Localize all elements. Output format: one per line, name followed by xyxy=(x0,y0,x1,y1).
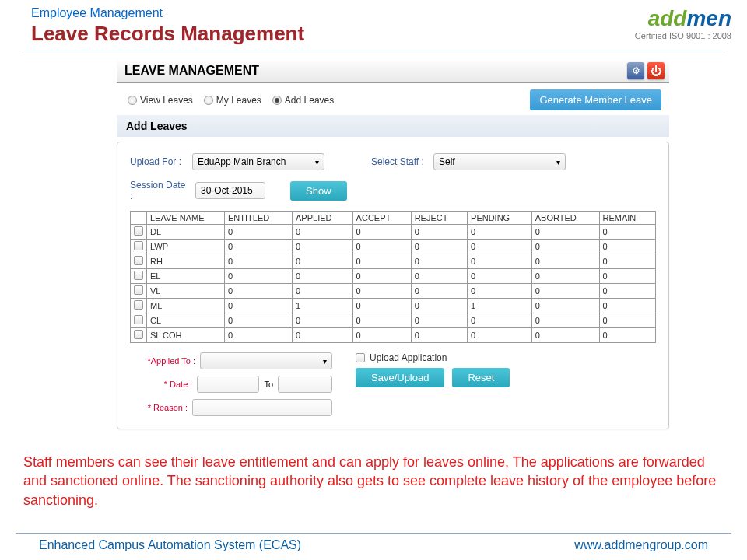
tab-bar: View Leaves My Leaves Add Leaves Generat… xyxy=(117,83,669,115)
session-date-input[interactable]: 30-Oct-2015 xyxy=(195,182,265,199)
cell-entitled: 0 xyxy=(225,313,293,328)
tab-label: Add Leaves xyxy=(285,95,334,106)
show-button[interactable]: Show xyxy=(290,181,347,201)
row-checkbox-cell[interactable] xyxy=(131,313,147,328)
radio-icon xyxy=(204,96,213,105)
settings-icon[interactable]: ⚙ xyxy=(627,62,644,79)
cell-pending: 0 xyxy=(468,313,532,328)
checkbox-icon xyxy=(134,256,143,265)
checkbox-icon xyxy=(134,241,143,250)
section-label: Add Leaves xyxy=(117,115,669,137)
apply-form: *Applied To : * Date : To * Reason : xyxy=(130,352,656,416)
tab-label: My Leaves xyxy=(216,95,261,106)
row-checkbox-cell[interactable] xyxy=(131,328,147,343)
radio-icon xyxy=(272,96,282,105)
tab-add-leaves[interactable]: Add Leaves xyxy=(272,95,334,106)
cell-applied: 0 xyxy=(293,254,353,269)
date-label: * Date : xyxy=(135,380,192,389)
th-leave-name: LEAVE NAME xyxy=(147,212,225,225)
logo: addmen xyxy=(635,6,731,31)
reset-button[interactable]: Reset xyxy=(452,368,510,387)
select-value: EduApp Main Branch xyxy=(198,156,286,167)
cell-aborted: 0 xyxy=(531,328,599,343)
row-checkbox-cell[interactable] xyxy=(131,225,147,240)
select-staff-label: Select Staff : xyxy=(371,156,426,167)
cell-applied: 0 xyxy=(293,225,353,240)
table-row: DL0000000 xyxy=(131,225,656,240)
save-upload-button[interactable]: Save/Upload xyxy=(356,368,444,387)
logo-area: addmen Certified ISO 9001 : 2008 xyxy=(635,6,731,40)
leave-panel: LEAVE MANAGEMENT ⚙ ⏻ View Leaves My Leav… xyxy=(117,59,669,429)
reason-input[interactable] xyxy=(192,399,332,416)
date-to-input[interactable] xyxy=(278,376,332,393)
cell-remain: 0 xyxy=(599,225,656,240)
checkbox-icon xyxy=(134,271,143,280)
row-checkbox-cell[interactable] xyxy=(131,254,147,269)
cell-applied: 1 xyxy=(293,299,353,313)
table-row: CL0000000 xyxy=(131,313,656,328)
checkbox-icon xyxy=(134,315,143,324)
cell-applied: 0 xyxy=(293,269,353,284)
cell-accept: 0 xyxy=(352,254,411,269)
applied-to-select[interactable] xyxy=(200,352,332,369)
row-checkbox-cell[interactable] xyxy=(131,299,147,313)
cell-aborted: 0 xyxy=(531,240,599,254)
cell-reject: 0 xyxy=(411,269,467,284)
th-pending: PENDING xyxy=(468,212,532,225)
table-header-row: LEAVE NAME ENTITLED APPLIED ACCEPT REJEC… xyxy=(131,212,656,225)
panel-header: LEAVE MANAGEMENT ⚙ ⏻ xyxy=(117,59,669,83)
table-row: ML0100100 xyxy=(131,299,656,313)
cell-entitled: 0 xyxy=(225,225,293,240)
checkbox-icon xyxy=(134,285,143,295)
panel-title: LEAVE MANAGEMENT xyxy=(117,64,259,78)
cell-pending: 0 xyxy=(468,269,532,284)
cell-entitled: 0 xyxy=(225,299,293,313)
logo-part2: men xyxy=(686,6,731,30)
cell-pending: 0 xyxy=(468,284,532,299)
date-from-input[interactable] xyxy=(197,376,259,393)
cell-entitled: 0 xyxy=(225,240,293,254)
cell-reject: 0 xyxy=(411,225,467,240)
upload-for-select[interactable]: EduApp Main Branch xyxy=(192,153,324,170)
generate-member-leave-button[interactable]: Generate Member Leave xyxy=(530,89,661,110)
footer-left: Enhanced Campus Automation System (ECAS) xyxy=(39,538,301,552)
cell-remain: 0 xyxy=(599,313,656,328)
select-staff-select[interactable]: Self xyxy=(433,153,566,170)
cell-accept: 0 xyxy=(352,284,411,299)
upload-app-label: Upload Application xyxy=(370,352,447,363)
upload-application-checkbox[interactable]: Upload Application xyxy=(356,352,510,363)
cell-applied: 0 xyxy=(293,313,353,328)
cell-leave-name: SL COH xyxy=(147,328,225,343)
cell-leave-name: EL xyxy=(147,269,225,284)
cell-aborted: 0 xyxy=(531,225,599,240)
cell-entitled: 0 xyxy=(225,284,293,299)
cell-aborted: 0 xyxy=(531,284,599,299)
th-reject: REJECT xyxy=(411,212,467,225)
cell-reject: 0 xyxy=(411,328,467,343)
page-header: Employee Management Leave Records Manage… xyxy=(0,0,747,49)
cell-remain: 0 xyxy=(599,254,656,269)
th-applied: APPLIED xyxy=(293,212,353,225)
cell-pending: 0 xyxy=(468,254,532,269)
cert-text: Certified ISO 9001 : 2008 xyxy=(635,31,731,40)
row-checkbox-cell[interactable] xyxy=(131,284,147,299)
cell-leave-name: CL xyxy=(147,313,225,328)
tab-my-leaves[interactable]: My Leaves xyxy=(204,95,261,106)
cell-reject: 0 xyxy=(411,240,467,254)
cell-accept: 0 xyxy=(352,299,411,313)
th-aborted: ABORTED xyxy=(531,212,599,225)
th-check xyxy=(131,212,147,225)
row-checkbox-cell[interactable] xyxy=(131,240,147,254)
tab-view-leaves[interactable]: View Leaves xyxy=(128,95,193,106)
checkbox-icon xyxy=(134,300,143,310)
cell-entitled: 0 xyxy=(225,328,293,343)
cell-applied: 0 xyxy=(293,240,353,254)
row-checkbox-cell[interactable] xyxy=(131,269,147,284)
session-date-label: Session Date : xyxy=(130,180,188,201)
logo-part1: add xyxy=(648,6,687,30)
cell-accept: 0 xyxy=(352,240,411,254)
table-row: LWP0000000 xyxy=(131,240,656,254)
th-entitled: ENTITLED xyxy=(225,212,293,225)
cell-remain: 0 xyxy=(599,299,656,313)
power-icon[interactable]: ⏻ xyxy=(647,62,665,79)
